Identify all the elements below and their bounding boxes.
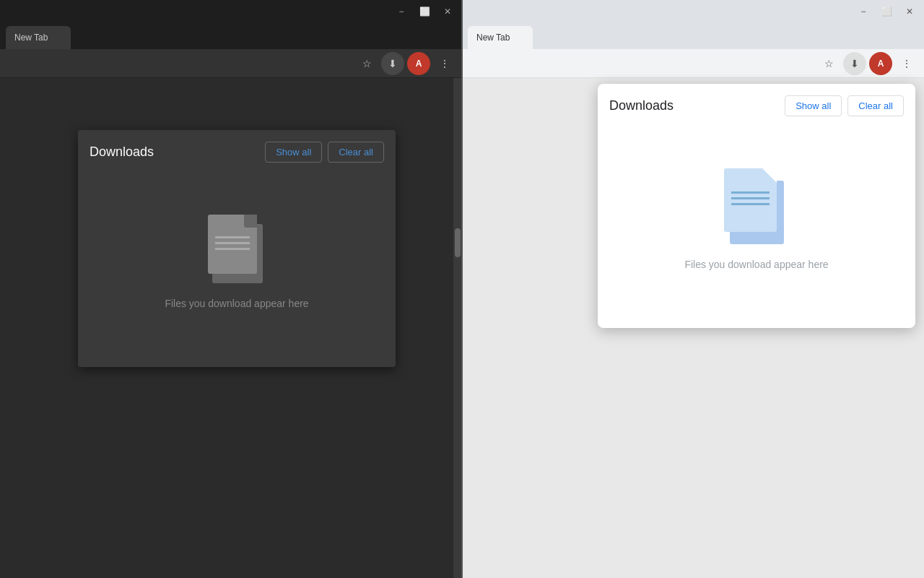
right-star-icon[interactable]: ☆: [817, 52, 840, 75]
right-downloads-header: Downloads Show all Clear all: [598, 84, 915, 125]
left-downloads-panel: Downloads Show all Clear all Files you d…: [78, 130, 396, 367]
left-download-icon[interactable]: ⬇: [381, 52, 404, 75]
right-toolbar: ☆ ⬇ A ⋮: [462, 49, 924, 78]
left-downloads-header: Downloads Show all Clear all: [78, 130, 396, 171]
left-tab[interactable]: New Tab: [6, 26, 71, 49]
left-titlebar: − ⬜ ✕: [0, 0, 462, 23]
left-avatar-icon[interactable]: A: [407, 52, 430, 75]
left-scrollbar-thumb: [455, 228, 461, 257]
left-minimize-button[interactable]: −: [393, 4, 410, 19]
right-show-all-button[interactable]: Show all: [785, 95, 842, 116]
right-clear-all-button[interactable]: Clear all: [847, 95, 904, 116]
right-avatar-icon[interactable]: A: [869, 52, 892, 75]
right-tabbar: New Tab: [462, 23, 924, 49]
left-show-all-button[interactable]: Show all: [265, 142, 322, 163]
left-downloads-empty: Files you download appear here: [78, 171, 396, 367]
right-titlebar: − ⬜ ✕: [462, 0, 924, 23]
right-downloads-panel: Downloads Show all Clear all Files you d…: [598, 84, 915, 328]
right-tab[interactable]: New Tab: [468, 26, 533, 49]
left-toolbar: ☆ ⬇ A ⋮: [0, 49, 462, 78]
right-tab-label: New Tab: [476, 33, 510, 43]
right-menu-icon[interactable]: ⋮: [895, 52, 918, 75]
left-downloads-title: Downloads: [90, 144, 154, 160]
right-downloads-title: Downloads: [609, 98, 674, 113]
right-close-button[interactable]: ✕: [901, 4, 918, 19]
left-close-button[interactable]: ✕: [439, 4, 456, 19]
right-file-front: [724, 168, 777, 232]
left-maximize-button[interactable]: ⬜: [416, 4, 433, 19]
left-empty-text: Files you download appear here: [165, 298, 308, 309]
right-browser-window: − ⬜ ✕ New Tab ☆ ⬇ A ⋮ Downloads Show all…: [462, 0, 924, 578]
right-empty-text: Files you download appear here: [684, 259, 828, 270]
left-file-icon: [208, 215, 266, 283]
left-clear-all-button[interactable]: Clear all: [328, 142, 384, 163]
right-file-fold: [762, 168, 777, 183]
left-content-area: Downloads Show all Clear all Files you d…: [0, 78, 462, 578]
right-downloads-empty: Files you download appear here: [598, 125, 915, 328]
left-downloads-actions: Show all Clear all: [265, 142, 384, 163]
right-download-icon[interactable]: ⬇: [843, 52, 866, 75]
left-browser-window: − ⬜ ✕ New Tab ☆ ⬇ A ⋮ Downloads Show all…: [0, 0, 462, 578]
left-file-front: [208, 215, 257, 274]
right-downloads-actions: Show all Clear all: [785, 95, 904, 116]
left-tab-label: New Tab: [14, 33, 48, 43]
left-tabbar: New Tab: [0, 23, 462, 49]
left-star-icon[interactable]: ☆: [355, 52, 378, 75]
left-menu-icon[interactable]: ⋮: [433, 52, 456, 75]
right-maximize-button[interactable]: ⬜: [878, 4, 895, 19]
right-minimize-button[interactable]: −: [855, 4, 872, 19]
window-divider: [461, 0, 463, 578]
right-file-icon: [724, 168, 789, 244]
right-content-area: Downloads Show all Clear all Files you d…: [462, 78, 924, 578]
